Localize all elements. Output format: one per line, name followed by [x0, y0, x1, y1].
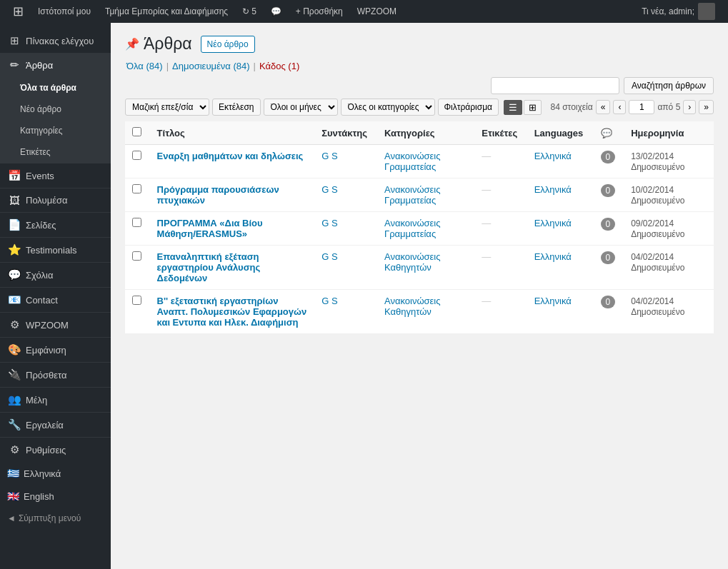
greek-label: Ελληνικά [24, 468, 61, 479]
row-author-cell: G S [314, 212, 377, 246]
category-link[interactable]: Ανακοινώσεις Γραμματείας [384, 184, 467, 206]
row-comments-cell: 0 [594, 145, 624, 178]
sidebar-item-english[interactable]: 🇬🇧 English [0, 485, 111, 508]
sidebar-item-categories[interactable]: Κατηγορίες [0, 120, 111, 141]
select-all-checkbox[interactable] [132, 127, 141, 136]
comment-count-badge: 0 [601, 218, 616, 231]
sidebar-item-articles[interactable]: ✏ Άρθρα [0, 53, 111, 77]
my-sites-button[interactable]: Ιστότοποί μου [31, 0, 98, 23]
new-article-button[interactable]: Νέο άρθρο [201, 36, 255, 53]
grid-view-button[interactable]: ⊞ [524, 100, 542, 115]
sidebar-item-greek[interactable]: 🇬🇷 Ελληνικά [0, 462, 111, 485]
language-link-2[interactable]: Ελληνικά [534, 218, 572, 228]
sidebar-item-testimonials[interactable]: ⭐ Testimonials [0, 237, 111, 262]
months-filter-select[interactable]: Όλοι οι μήνες [264, 99, 338, 116]
collapse-menu-button[interactable]: ◄ Σύμπτυξη μενού [0, 508, 111, 529]
article-title-link-1[interactable]: Πρόγραμμα παρουσιάσεων πτυχιακών [157, 184, 279, 206]
language-link-0[interactable]: Ελληνικά [534, 151, 572, 161]
table-row: Β'' εξεταστική εργαστηρίων Αναπτ. Πολυμε… [125, 290, 714, 334]
col-header-languages: Languages [527, 121, 594, 145]
admin-bar: ⊞ Ιστότοποί μου Τμήμα Εμπορίας και Διαφή… [0, 0, 728, 23]
row-checkbox-3[interactable] [132, 251, 141, 261]
row-categories-cell: Ανακοινώσεις Γραμματείας [377, 178, 474, 212]
table-row: Επαναληπτική εξέταση εργαστηρίου Ανάλυση… [125, 246, 714, 290]
last-page-button[interactable]: » [699, 100, 714, 114]
author-link-2[interactable]: G S [321, 218, 337, 228]
list-view-button[interactable]: ☰ [504, 100, 522, 115]
author-link-1[interactable]: G S [321, 184, 337, 195]
article-title-link-3[interactable]: Επαναληπτική εξέταση εργαστηρίου Ανάλυση… [157, 251, 261, 283]
greek-flag-icon: 🇬🇷 [7, 468, 19, 479]
row-checkbox-1[interactable] [132, 184, 141, 193]
filter-button[interactable]: Φιλτράρισμα [438, 99, 499, 116]
row-checkbox-4[interactable] [132, 296, 141, 305]
howdy-label: Τι νέα, admin; [642, 6, 694, 16]
row-checkbox-2[interactable] [132, 218, 141, 227]
search-input[interactable] [491, 77, 619, 94]
sidebar-item-schools[interactable]: 💬 Σχόλια [0, 262, 111, 287]
collapse-icon: ◄ [7, 513, 16, 523]
article-title-link-0[interactable]: Εναρξη μαθημάτων και δηλώσεις [157, 151, 304, 161]
settings-label: Ρυθμίσεις [26, 445, 66, 455]
bulk-action-select[interactable]: Μαζική επεξ/σία [125, 99, 209, 116]
category-link[interactable]: Ανακοινώσεις Γραμματείας [384, 151, 467, 172]
comments-button[interactable]: 💬 [264, 0, 289, 23]
search-button[interactable]: Αναζήτηση άρθρων [624, 77, 714, 94]
categories-label: Κατηγορίες [20, 126, 63, 136]
sidebar-item-polymesa[interactable]: 🖼 Πολυμέσα [0, 188, 111, 212]
sidebar-item-new-article[interactable]: Νέο άρθρο [0, 99, 111, 120]
row-date-cell: 13/02/2014 Δημοσιευμένο [624, 145, 714, 178]
site-name-button[interactable]: Τμήμα Εμπορίας και Διαφήμισης [98, 0, 235, 23]
col-header-title[interactable]: Τίτλος [150, 121, 315, 145]
author-link-4[interactable]: G S [321, 296, 337, 306]
language-link-4[interactable]: Ελληνικά [534, 296, 572, 306]
category-link[interactable]: Ανακοινώσεις Καθηγητών [384, 251, 467, 273]
sidebar-item-wpzoom[interactable]: ⚙ WPZOOM [0, 312, 111, 337]
categories-filter-select[interactable]: Όλες οι κατηγορίες [341, 99, 435, 116]
article-title-link-2[interactable]: ΠΡΟΓΡΑΜΜΑ «Δια Βίου Μάθηση/ERASMUS» [157, 218, 263, 239]
category-link[interactable]: Ανακοινώσεις Γραμματείας [384, 218, 467, 239]
row-checkbox-cell [125, 290, 150, 334]
sidebar-item-appearance[interactable]: 🎨 Εμφάνιση [0, 337, 111, 362]
row-author-cell: G S [314, 290, 377, 334]
language-link-1[interactable]: Ελληνικά [534, 184, 572, 195]
row-tags-cell: — [474, 290, 527, 334]
row-date-cell: 10/02/2014 Δημοσιευμένο [624, 178, 714, 212]
author-link-3[interactable]: G S [321, 251, 337, 262]
first-page-button[interactable]: « [596, 100, 611, 114]
wp-logo-button[interactable]: ⊞ [6, 0, 31, 23]
row-checkbox-0[interactable] [132, 151, 141, 160]
sidebar-item-users[interactable]: 👥 Μέλη [0, 387, 111, 412]
filter-trash-link[interactable]: Κάδος (1) [259, 61, 299, 71]
sidebar-item-pages[interactable]: 📄 Σελίδες [0, 212, 111, 237]
sidebar-item-contact[interactable]: 📧 Contact [0, 287, 111, 312]
sidebar-item-plugins[interactable]: 🔌 Πρόσθετα [0, 362, 111, 387]
wpzoom-button[interactable]: WPZOOM [350, 0, 404, 23]
category-link[interactable]: Ανακοινώσεις Καθηγητών [384, 296, 467, 317]
prev-page-button[interactable]: ‹ [613, 100, 626, 114]
row-date-cell: 09/02/2014 Δημοσιευμένο [624, 212, 714, 246]
sidebar-item-events[interactable]: 📅 Events [0, 163, 111, 188]
updates-button[interactable]: ↻ 5 [235, 0, 264, 23]
wpzoom-label: WPZOOM [357, 6, 397, 16]
article-title-link-4[interactable]: Β'' εξεταστική εργαστηρίων Αναπτ. Πολυμε… [157, 296, 307, 328]
add-new-button[interactable]: + Προσθήκη [289, 0, 350, 23]
row-language-cell: Ελληνικά [527, 290, 594, 334]
filter-all-link[interactable]: Όλα (84) [126, 61, 163, 71]
col-header-tags: Ετικέτες [474, 121, 527, 145]
sidebar-item-dashboard[interactable]: ⊞ Πίνακας ελέγχου [0, 29, 111, 53]
language-link-3[interactable]: Ελληνικά [534, 251, 572, 262]
sidebar-item-settings[interactable]: ⚙ Ρυθμίσεις [0, 437, 111, 462]
author-link-0[interactable]: G S [321, 151, 337, 161]
filter-published-link[interactable]: Δημοσιευμένα (84) [172, 61, 250, 71]
col-header-date[interactable]: Ημερομηνία [624, 121, 714, 145]
page-number-input[interactable] [629, 100, 654, 114]
next-page-button[interactable]: › [683, 100, 696, 114]
schools-icon: 💬 [7, 268, 21, 281]
execute-button[interactable]: Εκτέλεση [212, 99, 261, 116]
sidebar-item-tools[interactable]: 🔧 Εργαλεία [0, 412, 111, 437]
sidebar-item-tags[interactable]: Ετικέτες [0, 141, 111, 163]
sidebar-item-all-articles[interactable]: Όλα τα άρθρα [0, 77, 111, 99]
my-sites-label: Ιστότοποί μου [38, 6, 91, 16]
howdy-button[interactable]: Τι νέα, admin; [634, 0, 722, 23]
